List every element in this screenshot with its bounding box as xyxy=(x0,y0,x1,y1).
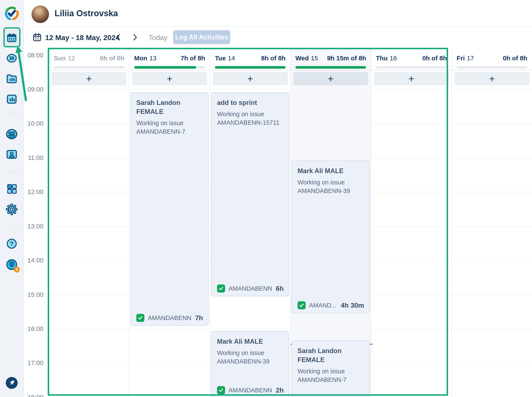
sidebar-item-pin[interactable] xyxy=(4,375,20,391)
day-progress-fill xyxy=(134,66,196,69)
hour-line xyxy=(48,192,532,192)
time-label: 11:00 xyxy=(24,154,43,161)
sidebar-item-help[interactable]: ? xyxy=(4,236,20,252)
hour-line xyxy=(48,89,532,90)
add-activity-button-thu[interactable]: + xyxy=(374,72,449,85)
hour-line xyxy=(48,363,532,363)
calendar-icon xyxy=(5,29,19,47)
day-date: 12 xyxy=(68,55,75,62)
event-description: Working on issue AMANDABENN-39 xyxy=(297,178,364,195)
logged-checkbox-icon[interactable] xyxy=(217,386,225,394)
hour-line xyxy=(48,329,532,329)
day-progress-fill xyxy=(215,66,286,69)
sidebar-item-projects[interactable] xyxy=(4,71,20,87)
user-name: Liliia Ostrovska xyxy=(54,8,118,18)
help-icon: ? xyxy=(6,238,18,250)
day-header-wed: Wed 15 9h 15m of 8h xyxy=(291,49,371,70)
time-label: 10:00 xyxy=(24,120,43,127)
team-icon xyxy=(5,128,18,141)
sidebar-item-clients[interactable] xyxy=(4,147,20,163)
add-activity-button-wed[interactable]: + xyxy=(293,72,368,85)
logged-checkbox-icon[interactable] xyxy=(217,285,225,292)
day-header-thu: Thu 16 0h of 8h xyxy=(371,49,452,70)
day-name: Tue xyxy=(215,55,226,62)
day-column-sun: Sun 12 0h of 0h + xyxy=(48,49,129,397)
sidebar-item-settings[interactable] xyxy=(4,201,20,218)
day-name: Sun xyxy=(54,55,66,62)
day-progress-track xyxy=(134,66,205,69)
day-date: 15 xyxy=(311,55,318,62)
event-footer: AMANDABENN... 2h xyxy=(217,386,284,394)
sidebar-item-apps[interactable] xyxy=(4,181,20,197)
hour-line xyxy=(48,124,532,124)
day-name: Mon xyxy=(134,55,147,62)
today-button[interactable]: Today xyxy=(149,34,167,42)
add-activity-button-sun[interactable]: + xyxy=(52,72,127,85)
day-logged-hours: 0h of 8h xyxy=(422,55,447,62)
sidebar-divider xyxy=(3,226,20,226)
sidebar-item-expand[interactable] xyxy=(4,50,20,67)
event-card-tue-mark[interactable]: Mark Ali MALE Working on issue AMANDABEN… xyxy=(211,331,289,397)
next-week-button[interactable] xyxy=(131,33,139,42)
date-picker-calendar-icon[interactable] xyxy=(32,32,42,43)
day-logged-hours: 9h 15m of 8h xyxy=(327,55,366,62)
hour-line xyxy=(48,295,532,295)
sidebar-item-reports[interactable] xyxy=(4,91,20,107)
time-label: 13:00 xyxy=(24,223,43,230)
day-logged-hours: 0h of 8h xyxy=(503,55,527,62)
time-label: 14:00 xyxy=(24,257,43,264)
app-logo[interactable] xyxy=(4,6,20,22)
sidebar-item-calendar[interactable] xyxy=(4,29,20,47)
date-range-label[interactable]: 12 May - 18 May, 2024 xyxy=(45,33,120,42)
event-title: Mark Ali MALE xyxy=(297,167,364,175)
log-all-activities-button[interactable]: Log All Activities xyxy=(173,30,230,44)
pin-icon xyxy=(6,377,18,389)
day-date: 17 xyxy=(467,55,474,62)
day-progress-fill xyxy=(295,66,366,69)
day-name: Fri xyxy=(457,55,465,62)
event-card-mon-sarah[interactable]: Sarah Landon FEMALE Working on issue AMA… xyxy=(130,92,208,326)
day-date: 13 xyxy=(150,55,157,62)
apps-grid-icon xyxy=(6,183,18,195)
event-issue-key: AMANDABENN... xyxy=(229,285,272,292)
day-date: 16 xyxy=(390,55,397,62)
hour-line xyxy=(48,260,532,261)
event-title: add to sprint xyxy=(217,98,283,107)
event-description: Working on issue AMANDABENN-7 xyxy=(297,367,364,384)
day-header-mon: Mon 13 7h of 8h xyxy=(129,49,210,70)
time-tracking-app: ? 2 xyxy=(0,0,532,397)
day-logged-hours: 0h of 0h xyxy=(100,55,124,62)
event-duration: 4h 30m xyxy=(341,302,364,309)
day-header-fri: Fri 17 0h of 8h xyxy=(452,49,532,70)
time-label: 17:00 xyxy=(24,359,43,366)
event-footer: AMAND... 4h 30m xyxy=(297,301,364,309)
add-activity-button-fri[interactable]: + xyxy=(454,72,529,85)
header-bottom-line xyxy=(48,70,532,70)
logged-checkbox-icon[interactable] xyxy=(136,314,144,322)
event-issue-key: AMANDABENN... xyxy=(148,315,192,322)
previous-week-button[interactable] xyxy=(114,33,123,42)
projects-folder-icon xyxy=(6,73,18,86)
add-activity-button-mon[interactable]: + xyxy=(132,72,207,85)
event-duration: 2h xyxy=(276,386,284,394)
event-description: Working on issue AMANDABENN-39 xyxy=(217,349,283,366)
reports-icon xyxy=(6,93,18,106)
clients-card-icon xyxy=(6,148,18,161)
event-title: Sarah Landon FEMALE xyxy=(136,98,203,116)
day-column-fri: Fri 17 0h of 8h + xyxy=(452,49,532,397)
add-activity-button-tue[interactable]: + xyxy=(213,72,288,85)
svg-text:?: ? xyxy=(10,240,14,247)
sidebar-item-team[interactable] xyxy=(4,126,20,143)
day-name: Wed xyxy=(295,55,309,62)
sidebar-item-whats-new[interactable]: 2 xyxy=(4,257,20,273)
event-footer: AMANDABENN... 6h xyxy=(217,285,284,292)
event-card-tue-sprint[interactable]: add to sprint Working on issue AMANDABEN… xyxy=(211,92,289,296)
day-name: Thu xyxy=(376,55,388,62)
day-progress-track xyxy=(295,66,366,69)
event-card-wed-sarah[interactable]: Sarah Landon FEMALE Working on issue AMA… xyxy=(291,341,370,397)
event-card-wed-mark[interactable]: Mark Ali MALE Working on issue AMANDABEN… xyxy=(291,161,370,313)
user-avatar xyxy=(31,6,49,23)
logged-checkbox-icon[interactable] xyxy=(297,301,306,309)
day-progress-track xyxy=(376,66,447,69)
day-logged-hours: 7h of 8h xyxy=(181,55,205,62)
